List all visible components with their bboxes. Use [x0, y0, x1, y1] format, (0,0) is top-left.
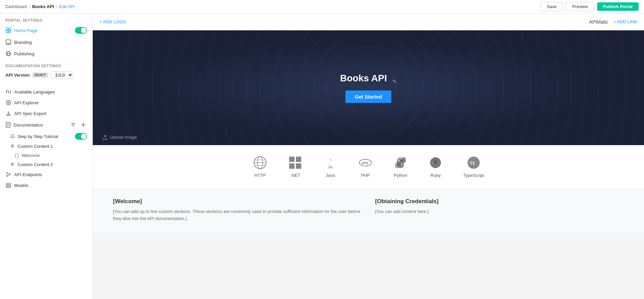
hero-section: Books API ✎ Get Started Upload Image	[93, 30, 644, 145]
svg-rect-26	[15, 154, 19, 157]
breadcrumb-sep2: /	[56, 4, 57, 9]
api-spec-export-label: API Spec Export	[14, 111, 87, 116]
svg-line-33	[8, 173, 9, 174]
homepage-icon	[5, 27, 11, 33]
python-label: Python	[394, 173, 407, 178]
svg-line-34	[8, 175, 9, 176]
sidebar-item-step-tutorial[interactable]: Step by Step Tutorial	[0, 131, 92, 142]
portal-header-right: APIMatic + ADD LINK	[589, 19, 637, 25]
doc-settings-label: DOCUMENTATION SETTINGS	[5, 64, 87, 68]
sidebar-item-publishing[interactable]: Publishing	[0, 48, 92, 59]
version-select[interactable]: 3.0.0 2.0.0 1.0.0	[51, 71, 73, 79]
portal-header-bar: + ADD LOGO APIMatic + ADD LINK	[93, 13, 644, 30]
lang-http[interactable]: HTTP	[253, 155, 268, 178]
sidebar: PORTAL SETTINGS Home Page Branding	[0, 13, 93, 299]
lang-dotnet[interactable]: .NET	[288, 155, 303, 178]
sidebar-item-api-spec-export[interactable]: API Spec Export	[0, 108, 92, 119]
books-api-link[interactable]: Books API	[32, 4, 54, 9]
svg-rect-35	[6, 183, 11, 184]
hero-edit-icon[interactable]: ✎	[392, 78, 397, 85]
ruby-label: Ruby	[430, 173, 441, 178]
step-tutorial-toggle[interactable]	[75, 133, 87, 140]
documentation-icon	[5, 122, 11, 128]
credentials-block-title: [Obtaining Credentials]	[375, 198, 624, 205]
typescript-label: TypeScript	[463, 173, 484, 178]
edit-api-link[interactable]: Edit API	[59, 4, 75, 9]
documentation-label: Documentation	[13, 123, 67, 128]
svg-rect-0	[6, 28, 8, 30]
api-explorer-icon	[5, 100, 11, 106]
welcome-block-title: [Welcome]	[113, 198, 362, 205]
content-block-credentials: [Obtaining Credentials] [You can add con…	[375, 198, 624, 222]
documentation-settings-section: DOCUMENTATION SETTINGS API Version DRAFT…	[0, 59, 92, 86]
api-version-label: API Version	[5, 73, 30, 78]
save-button[interactable]: Save	[540, 2, 563, 11]
branding-icon	[5, 39, 11, 45]
get-started-button[interactable]: Get Started	[345, 90, 392, 103]
svg-text:TS: TS	[470, 161, 475, 166]
svg-rect-4	[6, 40, 11, 44]
custom-content-1-label: Custom Content 1	[18, 144, 87, 149]
content-section: [Welcome] [You can add up to five custom…	[93, 188, 644, 233]
svg-point-10	[6, 101, 11, 105]
svg-point-31	[9, 174, 10, 175]
publishing-icon	[5, 51, 11, 57]
dotnet-label: .NET	[290, 173, 300, 178]
homepage-toggle[interactable]	[75, 27, 87, 34]
welcome-icon	[15, 154, 19, 158]
sidebar-item-custom-content-2[interactable]: Custom Content 2	[0, 160, 92, 169]
top-nav-actions: Save Preview Publish Portal	[540, 2, 639, 11]
documentation-filter-icon[interactable]	[69, 121, 77, 129]
sidebar-item-homepage[interactable]: Home Page	[0, 24, 92, 36]
credentials-block-body: [You can add content here.]	[375, 208, 624, 215]
lang-typescript[interactable]: TS TypeScript	[463, 155, 484, 178]
publishing-label: Publishing	[14, 51, 87, 56]
sidebar-item-documentation[interactable]: Documentation	[0, 119, 92, 131]
sidebar-item-branding[interactable]: Branding	[0, 36, 92, 48]
dotnet-icon	[288, 155, 303, 170]
upload-image-button[interactable]: Upload Image	[103, 135, 137, 140]
publish-portal-button[interactable]: Publish Portal	[597, 2, 639, 11]
available-languages-label: Available Languages	[14, 89, 87, 94]
http-icon	[253, 155, 268, 170]
svg-point-11	[8, 102, 9, 103]
bell-icon	[10, 134, 15, 139]
documentation-add-icon[interactable]	[80, 121, 87, 129]
main-content: + ADD LOGO APIMatic + ADD LINK Books API…	[93, 13, 644, 299]
sidebar-item-api-explorer[interactable]: API Explorer	[0, 97, 92, 108]
sidebar-item-available-languages[interactable]: Available Languages	[0, 86, 92, 97]
svg-rect-37	[6, 187, 11, 188]
svg-point-47	[328, 167, 333, 168]
add-link-button[interactable]: + ADD LINK	[614, 19, 637, 24]
lang-php[interactable]: php PHP	[358, 155, 373, 178]
lang-java[interactable]: Java	[323, 155, 338, 178]
breadcrumb: Dashboard / Books API / Edit API	[5, 4, 538, 9]
sidebar-item-api-endpoints[interactable]: API Endpoints	[0, 169, 92, 180]
svg-rect-2	[6, 31, 8, 33]
java-icon	[323, 155, 338, 170]
draft-badge: DRAFT	[32, 73, 48, 78]
lang-ruby[interactable]: Ruby	[428, 155, 443, 178]
api-version-row: API Version DRAFT 3.0.0 2.0.0 1.0.0	[5, 71, 87, 79]
svg-rect-36	[6, 185, 11, 186]
sidebar-item-welcome[interactable]: Welcome	[0, 151, 92, 160]
php-label: PHP	[361, 173, 370, 178]
custom-content-2-icon	[10, 162, 15, 167]
hero-title: Books API	[340, 73, 387, 84]
branding-label: Branding	[14, 40, 87, 45]
welcome-label: Welcome	[22, 153, 87, 158]
sidebar-item-models[interactable]: Models	[0, 180, 92, 191]
api-endpoints-label: API Endpoints	[14, 172, 87, 177]
portal-settings-label: PORTAL SETTINGS	[0, 13, 92, 24]
svg-rect-3	[9, 31, 11, 33]
svg-rect-45	[289, 163, 295, 169]
preview-button[interactable]: Preview	[566, 2, 594, 11]
svg-rect-43	[289, 157, 295, 162]
available-languages-icon	[5, 89, 11, 95]
sidebar-item-custom-content-1[interactable]: Custom Content 1	[0, 142, 92, 151]
lang-python[interactable]: Python	[393, 155, 408, 178]
api-endpoints-icon	[5, 171, 11, 178]
java-label: Java	[326, 173, 335, 178]
add-logo-button[interactable]: + ADD LOGO	[100, 19, 126, 24]
dashboard-link[interactable]: Dashboard	[5, 4, 27, 9]
